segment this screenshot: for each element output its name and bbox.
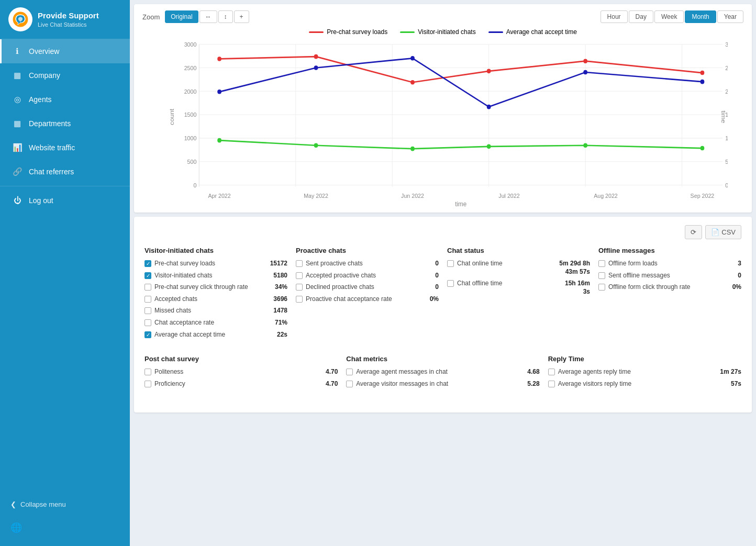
stat-offline-form-loads: Offline form loads 3 (598, 260, 741, 268)
stat-label: Average chat accept time (154, 331, 272, 339)
sidebar-item-agents[interactable]: ◎ Agents (0, 87, 130, 112)
collapse-menu-button[interactable]: ❮ Collapse menu (0, 494, 130, 515)
stat-checkbox-offline-time[interactable] (447, 280, 454, 287)
sidebar-item-overview[interactable]: ℹ Overview (0, 39, 130, 63)
zoom-vertical-button[interactable]: ↕ (218, 10, 233, 23)
chart-svg: 3000 2500 2000 1500 1000 500 0 30s 25s 2… (169, 39, 728, 206)
svg-text:5s: 5s (725, 158, 728, 165)
collapse-label: Collapse menu (20, 500, 66, 508)
svg-point-37 (487, 69, 491, 74)
chat-metrics-title: Chat metrics (346, 355, 539, 363)
csv-label: CSV (721, 228, 736, 236)
sidebar-item-logout[interactable]: ⏻ Log out (0, 188, 130, 212)
stat-checkbox-accepted[interactable] (144, 296, 151, 303)
svg-text:500: 500 (187, 158, 197, 165)
svg-text:30s: 30s (725, 41, 728, 48)
svg-text:20s: 20s (725, 88, 728, 95)
stat-checkbox-acceptance-rate[interactable] (144, 319, 151, 326)
chart-legend: Pre-chat survey loads Visitor-initiated … (142, 28, 743, 36)
stat-checkbox-politeness[interactable] (144, 369, 151, 375)
logo-icon (12, 11, 29, 28)
stat-label: Chat online time (457, 260, 554, 268)
stat-declined-proactive: Declined proactive chats 0 (296, 283, 439, 292)
stat-checkbox-pre-chat-loads[interactable]: ✓ (144, 260, 151, 267)
stat-acceptance-rate: Chat acceptance rate 71% (144, 319, 287, 327)
stat-value: 71% (275, 319, 287, 326)
svg-point-45 (701, 146, 705, 151)
sidebar-item-label: Company (29, 71, 60, 80)
chat-metrics-section: Chat metrics Average agent messages in c… (346, 355, 539, 392)
stat-checkbox-avg-accept[interactable]: ✓ (144, 331, 151, 338)
sidebar-item-company[interactable]: ▦ Company (0, 63, 130, 87)
time-year-button[interactable]: Year (717, 10, 743, 23)
stat-checkbox-accepted-proactive[interactable] (296, 272, 303, 279)
svg-point-41 (314, 143, 318, 148)
departments-icon: ▦ (12, 119, 23, 128)
stat-value: 0 (435, 283, 439, 291)
stats-toolbar: ⟳ 📄 CSV (144, 225, 741, 239)
stat-checkbox-sent-offline[interactable] (598, 272, 605, 279)
svg-point-38 (583, 59, 587, 63)
legend-color-red (309, 31, 324, 33)
proactive-title: Proactive chats (296, 247, 439, 254)
zoom-horizontal-button[interactable]: ↔ (199, 10, 217, 23)
stat-checkbox-visitors-reply[interactable] (548, 381, 555, 387)
stat-value: 15h 16m3s (565, 280, 590, 296)
offline-messages-section: Offline messages Offline form loads 3 Se… (598, 247, 741, 342)
post-chat-section: Post chat survey Politeness 4.70 Profici… (144, 355, 338, 392)
csv-export-button[interactable]: 📄 CSV (705, 225, 741, 239)
visitor-initiated-section: Visitor-initiated chats ✓ Pre-chat surve… (144, 247, 287, 342)
sidebar-item-departments[interactable]: ▦ Departments (0, 112, 130, 136)
zoom-label: Zoom (142, 13, 160, 21)
svg-text:Aug 2022: Aug 2022 (594, 193, 618, 199)
legend-visitor-chats: Visitor-initiated chats (400, 28, 476, 36)
sidebar-item-chat-referrers[interactable]: 🔗 Chat referrers (0, 160, 130, 184)
svg-text:3000: 3000 (184, 41, 197, 48)
chart-wrapper: 3000 2500 2000 1500 1000 500 0 30s 25s 2… (142, 39, 743, 206)
stat-checkbox-offline-loads[interactable] (598, 260, 605, 267)
svg-point-40 (217, 138, 221, 143)
zoom-original-button[interactable]: Original (165, 10, 198, 23)
stat-value: 5180 (273, 272, 287, 279)
stat-checkbox-online-time[interactable] (447, 260, 454, 267)
refresh-button[interactable]: ⟳ (685, 225, 702, 239)
stat-label: Sent offline messages (608, 272, 732, 280)
stat-missed-chats: Missed chats 1478 (144, 307, 287, 315)
main-content: Zoom Original ↔ ↕ + Hour Day Week Month … (130, 0, 756, 546)
stat-label: Politeness (154, 368, 320, 376)
stat-checkbox-sent-proactive[interactable] (296, 260, 303, 267)
time-week-button[interactable]: Week (654, 10, 684, 23)
time-day-button[interactable]: Day (629, 10, 653, 23)
stats-bottom-grid: Post chat survey Politeness 4.70 Profici… (144, 355, 741, 402)
traffic-icon: 📊 (12, 143, 23, 152)
stat-checkbox-avg-visitor-msgs[interactable] (346, 381, 353, 387)
sidebar-item-label: Website traffic (29, 143, 75, 152)
stat-checkbox-proficiency[interactable] (144, 381, 151, 387)
stat-avg-accept-time: ✓ Average chat accept time 22s (144, 331, 287, 339)
language-icon[interactable]: 🌐 (0, 515, 130, 541)
stat-checkbox-agents-reply[interactable] (548, 369, 555, 375)
stat-checkbox-offline-click-through[interactable] (598, 284, 605, 291)
stat-label: Visitor-initiated chats (154, 272, 268, 280)
svg-text:0: 0 (193, 182, 196, 188)
stat-checkbox-visitor-chats[interactable]: ✓ (144, 272, 151, 279)
time-month-button[interactable]: Month (685, 10, 716, 23)
zoom-plus-button[interactable]: + (234, 10, 249, 23)
sidebar-header: Provide Support Live Chat Statistics (0, 0, 130, 39)
sidebar-item-label: Overview (29, 47, 59, 55)
svg-point-50 (583, 70, 587, 75)
stat-value: 22s (277, 331, 287, 338)
stat-value: 0% (430, 295, 439, 303)
stat-checkbox-click-through[interactable] (144, 284, 151, 291)
sidebar-item-website-traffic[interactable]: 📊 Website traffic (0, 136, 130, 160)
offline-messages-title: Offline messages (598, 247, 741, 254)
svg-text:10s: 10s (725, 135, 728, 142)
stat-checkbox-declined-proactive[interactable] (296, 284, 303, 291)
info-icon: ℹ (12, 47, 23, 56)
chat-status-section: Chat status Chat online time 5m 29d 8h43… (447, 247, 590, 342)
stat-checkbox-proactive-rate[interactable] (296, 296, 303, 303)
time-hour-button[interactable]: Hour (601, 10, 628, 23)
stat-checkbox-avg-agent-msgs[interactable] (346, 369, 353, 375)
stat-pre-chat-loads: ✓ Pre-chat survey loads 15172 (144, 260, 287, 268)
stat-checkbox-missed[interactable] (144, 307, 151, 314)
